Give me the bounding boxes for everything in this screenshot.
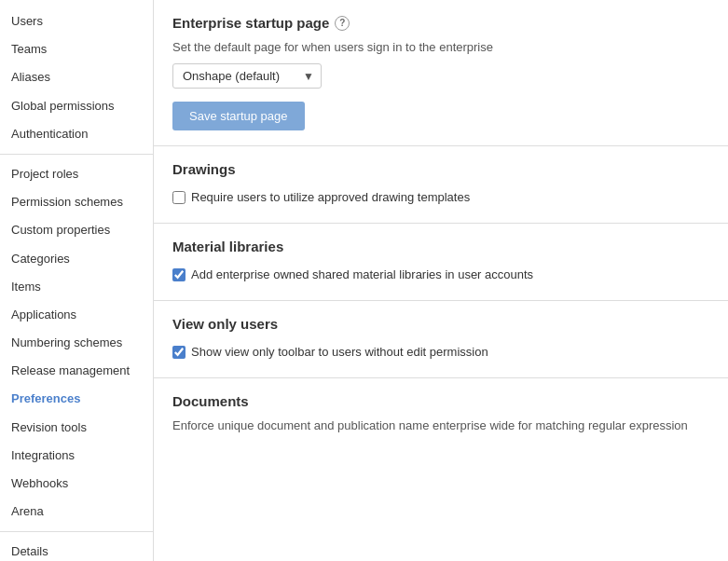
startup-page-section: Enterprise startup page ? Set the defaul… [154, 0, 728, 146]
startup-dropdown-wrapper: Onshape (default)DocumentsDashboard ▼ [172, 63, 322, 89]
documents-title: Documents [172, 393, 709, 409]
view-only-checkbox-label: Show view only toolbar to users without … [191, 345, 488, 359]
view-only-checkbox[interactable] [172, 346, 185, 359]
sidebar-divider [0, 531, 153, 532]
sidebar-item-custom-properties[interactable]: Custom properties [0, 216, 153, 244]
sidebar-item-project-roles[interactable]: Project roles [0, 160, 153, 188]
sidebar-divider [0, 154, 153, 155]
sidebar-item-aliases[interactable]: Aliases [0, 63, 153, 91]
save-startup-button[interactable]: Save startup page [172, 102, 305, 130]
drawings-checkbox-row[interactable]: Require users to utilize approved drawin… [172, 186, 709, 208]
sidebar-item-permission-schemes[interactable]: Permission schemes [0, 188, 153, 216]
documents-description: Enforce unique document and publication … [172, 418, 709, 432]
sidebar-item-arena[interactable]: Arena [0, 498, 153, 526]
sidebar-item-global-permissions[interactable]: Global permissions [0, 92, 153, 120]
sidebar-item-numbering-schemes[interactable]: Numbering schemes [0, 329, 153, 357]
view-only-section: View only users Show view only toolbar t… [154, 301, 728, 378]
sidebar-item-teams[interactable]: Teams [0, 35, 153, 63]
main-content: Enterprise startup page ? Set the defaul… [154, 0, 728, 561]
help-icon[interactable]: ? [335, 16, 350, 31]
startup-description: Set the default page for when users sign… [172, 40, 709, 54]
material-libraries-title: Material libraries [172, 239, 709, 254]
material-libraries-checkbox[interactable] [172, 268, 185, 281]
sidebar-item-revision-tools[interactable]: Revision tools [0, 414, 153, 442]
sidebar-item-details[interactable]: Details [0, 538, 153, 561]
startup-dropdown[interactable]: Onshape (default)DocumentsDashboard [172, 63, 322, 89]
view-only-checkbox-row[interactable]: Show view only toolbar to users without … [172, 341, 709, 363]
sidebar-item-applications[interactable]: Applications [0, 301, 153, 329]
sidebar-item-authentication[interactable]: Authentication [0, 120, 153, 148]
startup-title: Enterprise startup page ? [172, 15, 709, 31]
sidebar-item-webhooks[interactable]: Webhooks [0, 470, 153, 498]
view-only-title: View only users [172, 316, 709, 332]
material-libraries-checkbox-label: Add enterprise owned shared material lib… [191, 267, 533, 281]
documents-section: Documents Enforce unique document and pu… [154, 378, 728, 457]
material-libraries-section: Material libraries Add enterprise owned … [154, 224, 728, 301]
sidebar-item-items[interactable]: Items [0, 273, 153, 301]
sidebar-item-integrations[interactable]: Integrations [0, 442, 153, 470]
sidebar-item-release-management[interactable]: Release management [0, 357, 153, 385]
drawings-checkbox[interactable] [172, 191, 185, 204]
drawings-title: Drawings [172, 161, 709, 177]
material-libraries-checkbox-row[interactable]: Add enterprise owned shared material lib… [172, 264, 709, 285]
drawings-checkbox-label: Require users to utilize approved drawin… [191, 190, 470, 204]
sidebar-item-preferences[interactable]: Preferences [0, 385, 153, 413]
sidebar: UsersTeamsAliasesGlobal permissionsAuthe… [0, 0, 154, 561]
drawings-section: Drawings Require users to utilize approv… [154, 146, 728, 224]
sidebar-item-users[interactable]: Users [0, 7, 153, 35]
sidebar-item-categories[interactable]: Categories [0, 245, 153, 273]
startup-title-text: Enterprise startup page [172, 15, 329, 31]
